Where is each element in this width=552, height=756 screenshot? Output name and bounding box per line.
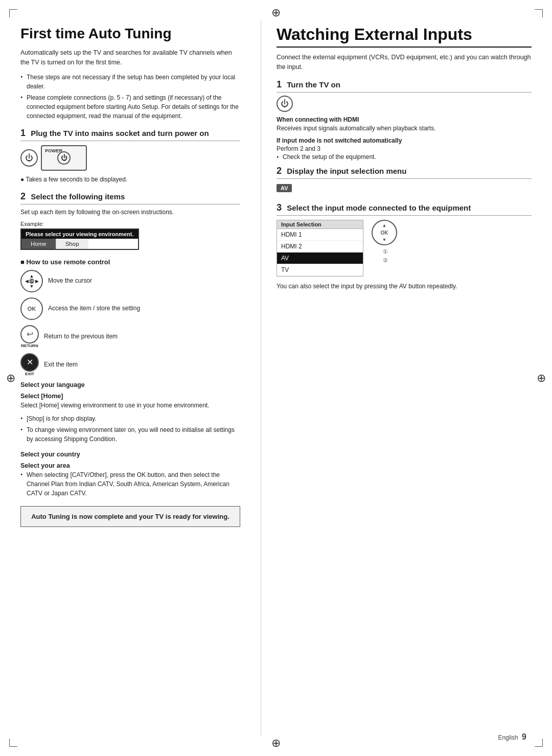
step1-title: Plug the TV into mains socket and turn p… — [31, 129, 209, 138]
remote-row-return-label: Return to the previous item — [44, 332, 118, 341]
hdmi-note-text: Receives input signals automatically whe… — [277, 124, 532, 133]
right-step2-title: Display the input selection menu — [287, 167, 406, 175]
step1-heading: 1 Plug the TV into mains socket and turn… — [20, 128, 240, 141]
right-step3-number: 3 — [277, 202, 282, 213]
right-step2-heading: 2 Display the input selection menu — [277, 166, 532, 179]
selection-options: Home Shop — [21, 239, 138, 249]
left-intro: Automatically sets up the TV and searche… — [20, 48, 240, 67]
step1-number: 1 — [20, 128, 26, 138]
ok-remote-graphic: ▲ ▼ OK ① ② — [372, 220, 397, 264]
return-icon-wrap: ↩ RETURN — [20, 325, 39, 348]
right-step1-title: Turn the TV on — [287, 80, 340, 89]
if-note-bullet: Check the setup of the equipment. — [277, 153, 532, 161]
selection-header: Please select your viewing environment. — [21, 230, 138, 239]
remote-row-arrows-label: Move the cursor — [48, 277, 92, 285]
power-remote-graphic: POWER ⏻ — [41, 145, 87, 171]
page-language: English — [498, 734, 518, 741]
remote-row-return: ↩ RETURN Return to the previous item — [20, 325, 240, 348]
ok-button-graphic: ▲ ▼ OK — [372, 220, 397, 245]
select-area-label: Select your area — [20, 462, 240, 469]
right-step1-number: 1 — [277, 79, 282, 89]
select-home-desc: Select [Home] viewing environment to use… — [20, 401, 240, 410]
step2-heading: 2 Select the following items — [20, 191, 240, 204]
remote-title: ■ How to use remote control — [20, 258, 240, 266]
select-language-label: Select your language — [20, 381, 240, 388]
column-divider — [261, 20, 261, 736]
selection-option-home[interactable]: Home — [21, 239, 56, 249]
step1-note: ● Takes a few seconds to be displayed. — [20, 175, 240, 184]
right-step1-heading: 1 Turn the TV on — [277, 79, 532, 93]
page-number: 9 — [522, 732, 526, 741]
exit-icon: ✕ — [20, 353, 39, 372]
corner-mark-br — [535, 739, 543, 747]
right-bottom-note: You can also select the input by pressin… — [277, 282, 532, 291]
exit-sublabel: EXIT — [25, 372, 34, 376]
area-bullet-1: When selecting [CATV/Other], press the O… — [20, 470, 240, 498]
home-bullets: [Shop] is for shop display. To change vi… — [20, 414, 240, 444]
compass-top-icon: ⊕ — [271, 6, 281, 19]
remote-row-arrows: ▲ ◀ OK ▶ ▼ Move the cursor — [20, 270, 240, 292]
callout-box: Auto Tuning is now complete and your TV … — [20, 506, 240, 528]
input-row-hdmi1[interactable]: HDMI 1 — [277, 229, 363, 241]
input-row-av[interactable]: AV — [277, 253, 363, 264]
step2-title: Select the following items — [31, 192, 125, 201]
remote-row-ok: OK Access the item / store the setting — [20, 297, 240, 320]
corner-mark-tl — [9, 9, 17, 17]
select-home-label: Select [Home] — [20, 393, 240, 400]
if-note-title: If input mode is not switched automatica… — [277, 137, 532, 144]
power-circle-icon: ⏻ — [20, 149, 38, 167]
exit-icon-wrap: ✕ EXIT — [20, 353, 39, 376]
hdmi-note-title: When connecting with HDMI — [277, 116, 532, 123]
step2-sub: Set up each item by following the on-scr… — [20, 208, 240, 217]
selection-box: Please select your viewing environment. … — [20, 228, 139, 250]
right-step3-heading: 3 Select the input mode connected to the… — [277, 202, 532, 216]
right-step3-title: Select the input mode connected to the e… — [287, 203, 471, 212]
ok-icon: OK — [20, 297, 43, 320]
left-bullets: These steps are not necessary if the set… — [20, 73, 240, 121]
left-bullet-2: Please complete connections (p. 5 - 7) a… — [20, 93, 240, 121]
av-button[interactable]: AV — [277, 184, 292, 192]
power-illustration: ⏻ POWER ⏻ — [20, 145, 240, 171]
compass-right-icon: ⊕ — [537, 372, 546, 385]
selection-option-shop[interactable]: Shop — [56, 239, 88, 249]
home-bullet-2: To change viewing environment later on, … — [20, 425, 240, 444]
right-title: Watching External Inputs — [277, 26, 532, 48]
compass-left-icon: ⊕ — [6, 372, 15, 385]
page-footer: English 9 — [498, 732, 526, 742]
remote-row-ok-label: Access the item / store the setting — [48, 304, 140, 313]
ok-label-1: ① — [383, 248, 388, 255]
power-remote-label: POWER — [45, 148, 62, 153]
step2-number: 2 — [20, 191, 26, 201]
select-country-label: Select your country — [20, 451, 240, 458]
input-selection-header: Input Selection — [277, 220, 363, 229]
area-bullets: When selecting [CATV/Other], press the O… — [20, 470, 240, 498]
right-intro: Connect the external equipment (VCRs, DV… — [277, 53, 532, 72]
input-row-hdmi2[interactable]: HDMI 2 — [277, 241, 363, 253]
left-column: First time Auto Tuning Automatically set… — [20, 20, 256, 736]
right-power-icon: ⏻ — [277, 96, 293, 112]
right-column: Watching External Inputs Connect the ext… — [266, 20, 532, 736]
compass-bottom-icon: ⊕ — [271, 737, 281, 750]
input-selection-box: Input Selection HDMI 1 HDMI 2 AV TV — [277, 220, 363, 277]
right-step2-number: 2 — [277, 166, 282, 176]
return-sublabel: RETURN — [21, 343, 38, 348]
input-selection-area: Input Selection HDMI 1 HDMI 2 AV TV ▲ ▼ … — [277, 220, 532, 277]
remote-row-exit-label: Exit the item — [44, 360, 78, 369]
remote-icons: ▲ ◀ OK ▶ ▼ Move the cursor O — [20, 270, 240, 376]
left-bullet-1: These steps are not necessary if the set… — [20, 73, 240, 91]
if-note-text: Perform 2 and 3 — [277, 145, 532, 152]
home-bullet-1: [Shop] is for shop display. — [20, 414, 240, 423]
corner-mark-bl — [9, 739, 17, 747]
remote-row-exit: ✕ EXIT Exit the item — [20, 353, 240, 376]
return-icon: ↩ — [20, 325, 39, 343]
corner-mark-tr — [535, 9, 543, 17]
arrows-icon: ▲ ◀ OK ▶ ▼ — [20, 270, 43, 292]
left-title: First time Auto Tuning — [20, 26, 240, 42]
ok-label-2: ② — [383, 257, 388, 264]
example-label: Example: — [20, 221, 240, 227]
input-row-tv[interactable]: TV — [277, 264, 363, 276]
